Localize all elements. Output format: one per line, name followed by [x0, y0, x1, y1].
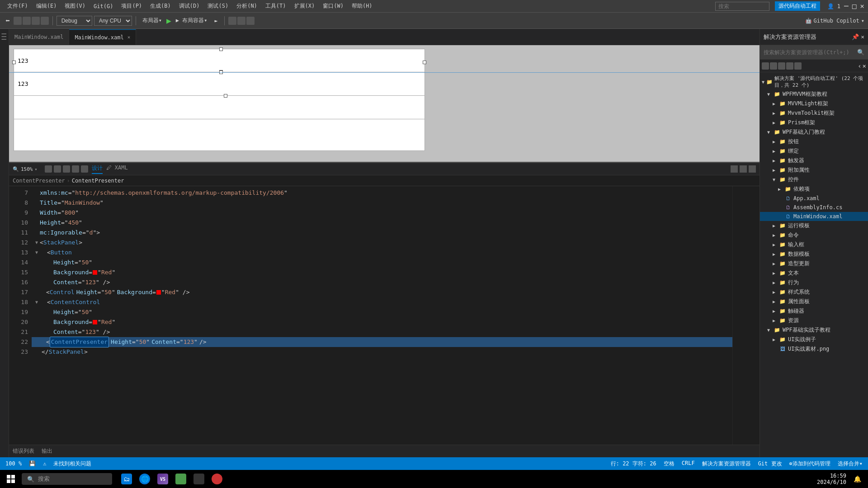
tab-close-icon[interactable]: × [127, 34, 131, 40]
handle3-top[interactable] [224, 94, 227, 98]
sidebar-close-icon[interactable]: × [861, 33, 864, 40]
tree-wpfbasic[interactable]: ▼ 📁 WPF基础入门教程 [760, 127, 868, 137]
tree-template[interactable]: ▶ 📁 运行模板 [760, 221, 868, 230]
tree-mainwindow-xaml[interactable]: ▶ 🗋 MainWindow.xaml [760, 212, 868, 221]
status-solution-label[interactable]: 解决方案资源管理器 [702, 460, 751, 468]
tree-attached[interactable]: ▶ 📁 附加属性 [760, 165, 868, 175]
sidebar-toolbar-icon4[interactable] [786, 62, 793, 70]
tree-mvvmlight[interactable]: ▶ 📁 MVVMLight框架 [760, 99, 868, 108]
taskbar-search[interactable]: 🔍 搜索 [22, 473, 112, 485]
search-input[interactable] [715, 2, 769, 11]
sidebar-chevron-left[interactable]: ‹ [858, 62, 861, 70]
sidebar-search-input[interactable] [764, 49, 857, 56]
status-git-label[interactable]: Git 更改 [758, 460, 782, 468]
tree-behavior[interactable]: ▶ 📁 行为 [760, 278, 868, 287]
tree-ui-examples[interactable]: ▶ 📁 UI实战例子 [760, 335, 868, 344]
taskbar-notification[interactable]: 🔔 [850, 472, 864, 486]
tree-ui-png[interactable]: ▶ 🖼 UI实战素材.png [760, 344, 868, 354]
toolbar-icon7[interactable] [246, 17, 255, 25]
sidebar-close-btn[interactable]: × [863, 62, 866, 70]
split-icon2[interactable] [740, 165, 747, 173]
mode-icon3[interactable] [63, 165, 70, 173]
menu-window[interactable]: 窗口(W) [319, 1, 347, 11]
status-add-to-code[interactable]: ⊕添加到代码管理 [789, 460, 830, 468]
mode-icon5[interactable] [81, 165, 88, 173]
mode-icon2[interactable] [54, 165, 61, 173]
xaml-tab[interactable]: 🖊 XAML [106, 164, 128, 174]
layout-btn[interactable]: 布局器▾ [140, 16, 165, 25]
menu-file[interactable]: 文件(F) [4, 1, 32, 11]
tree-input[interactable]: ▶ 📁 输入框 [760, 240, 868, 249]
menu-project[interactable]: 项目(P) [118, 1, 146, 11]
mode-icon4[interactable] [72, 165, 79, 173]
mode-icon1[interactable] [45, 165, 52, 173]
left-bar-item1[interactable]: ||| [2, 33, 7, 41]
tree-resource[interactable]: ▶ 📁 资源 [760, 316, 868, 325]
tree-styleupdate[interactable]: ▶ 📁 造型更新 [760, 259, 868, 268]
toolbar-icon1[interactable] [14, 17, 22, 25]
taskbar-vs-icon[interactable]: VS [156, 472, 170, 486]
menu-edit[interactable]: 编辑(E) [33, 1, 61, 11]
expand-icon[interactable] [749, 165, 756, 173]
sidebar-toolbar-icon3[interactable] [778, 62, 785, 70]
tree-mvvmtoolkit[interactable]: ▶ 📁 MvvmToolkit框架 [760, 108, 868, 118]
close-button[interactable]: × [860, 2, 864, 10]
tree-binding[interactable]: ▶ 📁 绑定 [760, 146, 868, 156]
sidebar-toolbar-icon2[interactable] [770, 62, 777, 70]
cpu-select[interactable]: Any CPU [94, 16, 132, 26]
tree-button[interactable]: ▶ 📁 按钮 [760, 137, 868, 146]
taskbar-start[interactable] [4, 472, 18, 486]
taskbar-app4[interactable] [174, 472, 188, 486]
toolbar-icon6[interactable] [237, 17, 245, 25]
design-tab[interactable]: 设计 [92, 164, 103, 174]
menu-build[interactable]: 生成(B) [146, 1, 175, 11]
tree-props[interactable]: ▶ 📁 属性面板 [760, 297, 868, 306]
sidebar-toolbar-icon1[interactable] [762, 62, 769, 70]
toolbar-icon2[interactable] [23, 17, 31, 25]
taskbar-explorer[interactable]: 🗂 [119, 472, 134, 486]
menu-debug[interactable]: 调试(D) [175, 1, 203, 11]
taskbar-browser[interactable]: 🌐 [137, 472, 152, 486]
tab-mainwindow-xaml[interactable]: MainWindow.xaml × [69, 29, 136, 45]
back-button[interactable]: ⬅ [4, 15, 12, 26]
split-icon1[interactable] [731, 165, 738, 173]
taskbar-app6[interactable] [210, 472, 224, 486]
tree-text[interactable]: ▶ 📁 文本 [760, 268, 868, 278]
toolbar-icon5[interactable] [228, 17, 236, 25]
tree-app-xaml[interactable]: ▶ 🗋 App.xaml [760, 194, 868, 203]
tree-prism[interactable]: ▶ 📁 Prism框架 [760, 118, 868, 127]
copilot-chevron[interactable]: ▾ [861, 18, 864, 24]
menu-view[interactable]: 视图(V) [61, 1, 89, 11]
menu-extensions[interactable]: 扩展(X) [291, 1, 319, 11]
toolbar-icon3[interactable] [32, 17, 40, 25]
sidebar-toolbar-icon5[interactable] [794, 62, 802, 70]
status-select-encoding[interactable]: 选择合并▾ [838, 460, 863, 468]
menu-analyze[interactable]: 分析(N) [233, 1, 261, 11]
container-btn[interactable]: ▶ 布局容器▾ [173, 16, 210, 25]
menu-help[interactable]: 帮助(H) [348, 1, 376, 11]
menu-test[interactable]: 测试(S) [204, 1, 232, 11]
error-list-tab[interactable]: 错误列表 [13, 447, 34, 455]
tree-controls[interactable]: ▼ 📁 控件 [760, 175, 868, 184]
run-button[interactable]: ▶ [166, 16, 171, 25]
taskbar-app5[interactable] [192, 472, 206, 486]
play-btn[interactable]: ► [212, 17, 220, 25]
restore-button[interactable]: □ [852, 2, 857, 10]
handle-right[interactable] [423, 61, 426, 64]
tree-wpfpractice[interactable]: ▼ 📁 WPF基础实战子教程 [760, 325, 868, 335]
toolbar-icon4[interactable] [41, 17, 49, 25]
tree-styles[interactable]: ▶ 📁 样式系统 [760, 287, 868, 297]
tree-command[interactable]: ▶ 📁 命令 [760, 230, 868, 240]
debug-select[interactable]: Debug Release [57, 16, 92, 26]
tab-mainwindow-xaml-cs[interactable]: MainWindow.xaml [9, 29, 69, 45]
status-zoom[interactable]: 100 % [5, 460, 22, 467]
tree-solution[interactable]: ▼ 📁 解决方案 '源代码自动工程' (22 个项目，共 22 个) [760, 74, 868, 89]
handle-top[interactable] [219, 47, 223, 51]
tree-wpfmvvm[interactable]: ▼ 📁 WPFMVVM框架教程 [760, 89, 868, 99]
tree-datatemplate[interactable]: ▶ 📁 数据模板 [760, 249, 868, 259]
minimize-button[interactable]: ─ [844, 2, 849, 10]
sidebar-pin-icon[interactable]: 📌 [852, 33, 859, 40]
output-tab[interactable]: 输出 [42, 447, 52, 455]
tree-dependencies[interactable]: ▶ 📁 依赖项 [760, 184, 868, 194]
code-lines[interactable]: xmlns:mc="http://schemas.openxmlformats.… [32, 186, 732, 445]
